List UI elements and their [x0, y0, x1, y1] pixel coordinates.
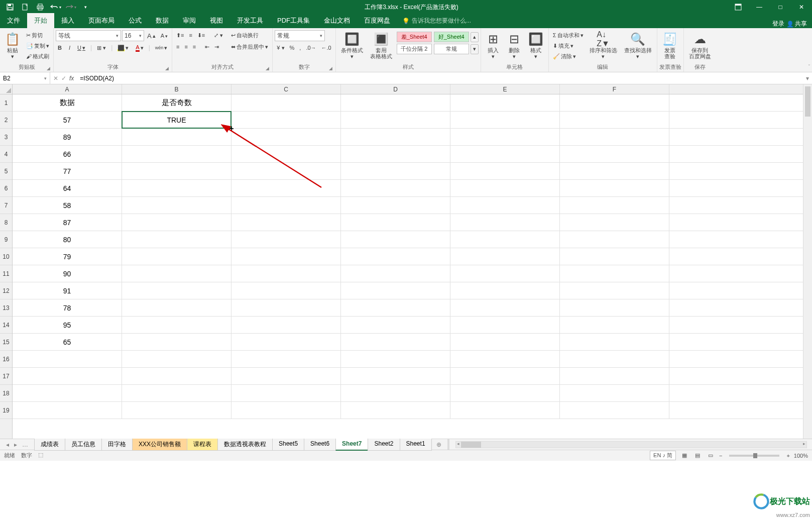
cell-B17[interactable] [122, 368, 231, 384]
cell-C8[interactable] [231, 214, 341, 231]
cell-F9[interactable] [560, 231, 669, 248]
cell-style-normal[interactable]: 常规 [434, 44, 469, 54]
format-cells-button[interactable]: 🔲格式▾ [525, 30, 546, 60]
table-format-button[interactable]: 🔳套用 表格格式 [367, 30, 395, 60]
cell-B2[interactable]: TRUE [122, 112, 231, 128]
cell-B10[interactable] [122, 248, 231, 265]
cell-E6[interactable] [450, 180, 560, 196]
sheet-tab[interactable]: 课程表 [187, 439, 218, 451]
cell-F4[interactable] [560, 146, 669, 162]
cell-E15[interactable] [450, 334, 560, 350]
cell-E3[interactable] [450, 129, 560, 145]
quickprint-icon[interactable] [33, 1, 47, 13]
decrease-decimal-button[interactable]: ←.0 [319, 43, 333, 53]
cell-C12[interactable] [231, 282, 341, 299]
cell-A8[interactable]: 87 [13, 214, 122, 231]
tab-developer[interactable]: 开发工具 [230, 13, 270, 28]
conditional-format-button[interactable]: 🔲条件格式▾ [338, 30, 366, 60]
row-header[interactable]: 8 [0, 214, 12, 231]
row-header[interactable]: 13 [0, 299, 12, 317]
row-header[interactable]: 6 [0, 180, 12, 197]
new-sheet-button[interactable]: ⊕ [431, 440, 446, 450]
cell-F6[interactable] [560, 180, 669, 196]
delete-cells-button[interactable]: ⊟删除▾ [504, 30, 524, 60]
cell-B18[interactable] [122, 385, 231, 401]
column-header[interactable]: C [231, 84, 341, 94]
fill-button[interactable]: ⬇填充 ▾ [551, 41, 586, 51]
bold-button[interactable]: B [56, 43, 64, 53]
tab-insert[interactable]: 插入 [54, 13, 81, 28]
cell-B16[interactable] [122, 351, 231, 367]
cell-D4[interactable] [341, 146, 450, 162]
format-painter-button[interactable]: 🖌格式刷 [24, 51, 51, 61]
row-header[interactable]: 7 [0, 197, 12, 214]
tab-pagelayout[interactable]: 页面布局 [81, 13, 122, 28]
tab-home[interactable]: 开始 [27, 13, 54, 28]
cell-C16[interactable] [231, 351, 341, 367]
cell-D5[interactable] [341, 163, 450, 179]
paste-button[interactable]: 📋 粘贴▾ [2, 30, 23, 60]
cell-C7[interactable] [231, 197, 341, 214]
qat-customize-icon[interactable]: ▾ [78, 1, 92, 13]
cell-F10[interactable] [560, 248, 669, 265]
outdent-button[interactable]: ⇤ [203, 42, 211, 52]
merge-button[interactable]: ⬌合并后居中 ▾ [229, 42, 270, 52]
sheet-tab[interactable]: 田字格 [101, 439, 133, 451]
cell-A5[interactable]: 77 [13, 163, 122, 179]
tab-view[interactable]: 视图 [203, 13, 230, 28]
name-box-input[interactable] [3, 75, 38, 82]
cell-A2[interactable]: 57 [13, 112, 122, 128]
cell-E7[interactable] [450, 197, 560, 214]
cell-D13[interactable] [341, 299, 450, 316]
autosum-button[interactable]: Σ自动求和 ▾ [551, 30, 586, 40]
row-header[interactable]: 9 [0, 231, 12, 248]
fill-color-button[interactable]: ⬛ ▾ [115, 43, 131, 53]
wrap-text-button[interactable]: ↩自动换行 [229, 30, 270, 40]
grow-font-button[interactable]: A▴ [145, 31, 158, 41]
cell-F8[interactable] [560, 214, 669, 231]
cell-B6[interactable] [122, 180, 231, 196]
maximize-icon[interactable]: □ [770, 0, 791, 14]
border-button[interactable]: ⊞ ▾ [95, 43, 108, 53]
undo-icon[interactable]: ▾ [48, 1, 62, 13]
invoice-check-button[interactable]: 🧾发票 查验 [659, 30, 680, 60]
cell-D15[interactable] [341, 334, 450, 350]
cell-E18[interactable] [450, 385, 560, 401]
sheet-nav-last-icon[interactable]: ▸ [12, 440, 19, 449]
cell-E12[interactable] [450, 282, 560, 299]
cell-C17[interactable] [231, 368, 341, 384]
row-header[interactable]: 19 [0, 402, 12, 419]
row-header[interactable]: 10 [0, 248, 12, 265]
zoom-in-icon[interactable]: + [786, 453, 789, 459]
cell-A14[interactable]: 95 [13, 317, 122, 333]
cut-button[interactable]: ✂剪切 [24, 30, 51, 40]
save-icon[interactable] [3, 1, 17, 13]
column-header[interactable]: D [341, 84, 450, 94]
cell-A3[interactable]: 89 [13, 129, 122, 145]
name-box[interactable]: ▾ [0, 72, 50, 84]
cell-D18[interactable] [341, 385, 450, 401]
cell-F12[interactable] [560, 282, 669, 299]
cell-D12[interactable] [341, 282, 450, 299]
formula-input[interactable] [80, 75, 800, 82]
percent-button[interactable]: % [288, 43, 297, 53]
macro-record-icon[interactable]: ⬚ [38, 452, 43, 459]
font-color-button[interactable]: A ▾ [134, 43, 145, 53]
cell-B14[interactable] [122, 317, 231, 333]
row-header[interactable]: 5 [0, 163, 12, 180]
find-select-button[interactable]: 🔍查找和选择▾ [621, 30, 655, 60]
cell-F19[interactable] [560, 402, 669, 419]
cell-E9[interactable] [450, 231, 560, 248]
column-header[interactable]: E [450, 84, 560, 94]
sheet-tab[interactable]: XXX公司销售额 [132, 439, 187, 451]
cell-A10[interactable]: 79 [13, 248, 122, 265]
cell-A7[interactable]: 58 [13, 197, 122, 214]
cell-A13[interactable]: 78 [13, 299, 122, 316]
cell-D14[interactable] [341, 317, 450, 333]
cell-D2[interactable] [341, 112, 450, 128]
sheet-tab[interactable]: Sheet7 [335, 439, 368, 451]
cell-B5[interactable] [122, 163, 231, 179]
enter-formula-icon[interactable]: ✓ [61, 75, 66, 82]
tab-review[interactable]: 审阅 [176, 13, 203, 28]
shrink-font-button[interactable]: A▾ [159, 31, 170, 41]
